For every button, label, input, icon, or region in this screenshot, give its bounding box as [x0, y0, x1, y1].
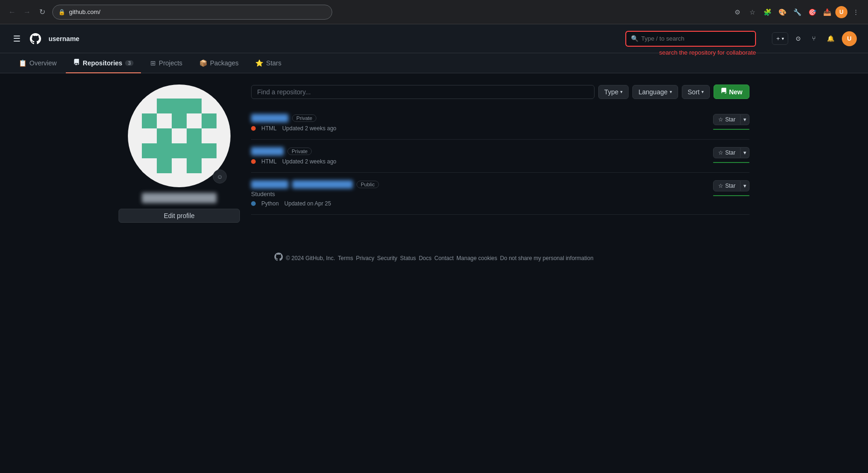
sort-label: Sort [688, 88, 700, 96]
github-header: ☰ username 🔍 search the repository for c… [0, 24, 868, 53]
nav-repositories[interactable]: Repositories 3 [66, 53, 141, 73]
updated-text: Updated 2 weeks ago [282, 125, 336, 132]
nav-stars[interactable]: ⭐ Stars [248, 53, 289, 73]
chevron-down-icon: ▾ [743, 116, 746, 123]
extensions-button[interactable]: ⚙ [731, 6, 744, 19]
profile-sidebar: ☺ Edit profile [119, 85, 240, 223]
issues-button[interactable]: ⊙ [792, 32, 805, 45]
star-area: ☆ Star ▾ [713, 114, 749, 130]
footer-status[interactable]: Status [400, 255, 416, 261]
star-button-group: ☆ Star ▾ [713, 147, 749, 158]
footer-contact[interactable]: Contact [434, 255, 454, 261]
star-button[interactable]: ☆ Star [713, 180, 741, 191]
address-bar[interactable]: 🔒 github.com/ [52, 5, 332, 20]
repo-name-blurred [251, 114, 288, 122]
list-item: Private HTML Updated 2 weeks ago ☆ Star [251, 140, 749, 173]
nav-packages-label: Packages [210, 59, 238, 67]
search-box[interactable]: 🔍 [625, 31, 756, 47]
avatar-edit-button[interactable]: ☺ [213, 169, 227, 184]
repo-header: Private [251, 147, 713, 155]
visibility-badge: Private [287, 148, 312, 155]
header-username: username [49, 35, 79, 42]
overview-icon: 📋 [19, 59, 27, 67]
pr-icon: ⑂ [812, 35, 816, 42]
chevron-down-icon: ▾ [782, 36, 784, 41]
profile-navigation: 📋 Overview Repositories 3 ⊞ Projects 📦 P… [0, 53, 868, 73]
star-button[interactable]: ☆ Star [713, 147, 741, 158]
browser-user-avatar[interactable]: U [835, 6, 847, 18]
star-dropdown-button[interactable]: ▾ [741, 147, 749, 158]
repo-name-blurred-2 [292, 180, 353, 189]
nav-overview-label: Overview [29, 59, 56, 67]
repo-new-icon [721, 88, 727, 96]
repo-item-inner: Public Students Python Updated on Apr 25… [251, 180, 749, 207]
star-dropdown-button[interactable]: ▾ [741, 114, 749, 125]
language-filter-button[interactable]: Language ▾ [632, 85, 678, 99]
svg-rect-15 [187, 158, 202, 173]
search-input[interactable] [641, 35, 750, 42]
svg-rect-4 [142, 113, 157, 128]
footer-docs[interactable]: Docs [419, 255, 431, 261]
star-area: ☆ Star ▾ [713, 180, 749, 196]
repo-item-content: Private HTML Updated 2 weeks ago [251, 147, 713, 165]
url-text: github.com/ [69, 8, 100, 15]
user-avatar[interactable]: U [842, 31, 857, 46]
sort-button[interactable]: Sort ▾ [682, 85, 710, 99]
repo-name-blurred [251, 180, 288, 189]
svg-rect-11 [172, 143, 187, 158]
smiley-icon: ☺ [217, 173, 223, 180]
visibility-badge: Private [292, 114, 316, 122]
pull-requests-button[interactable]: ⑂ [808, 32, 819, 45]
lang-dot-html [251, 159, 256, 164]
nav-projects-label: Projects [159, 59, 182, 67]
repo-item-inner: Private HTML Updated 2 weeks ago ☆ Star [251, 114, 749, 132]
bookmark-button[interactable]: ☆ [746, 6, 759, 19]
star-button-group: ☆ Star ▾ [713, 180, 749, 191]
svg-rect-12 [187, 143, 202, 158]
forward-button[interactable]: → [21, 6, 34, 19]
hamburger-menu[interactable]: ☰ [11, 32, 22, 46]
svg-rect-2 [172, 99, 187, 113]
star-button[interactable]: ☆ Star [713, 114, 741, 125]
footer-do-not-share[interactable]: Do not share my personal information [500, 255, 593, 261]
repo-search-input[interactable] [251, 85, 595, 99]
github-logo[interactable] [30, 33, 41, 44]
lock-icon: 🔒 [58, 9, 65, 15]
edit-profile-button[interactable]: Edit profile [119, 209, 240, 223]
ext1-button[interactable]: 🧩 [761, 6, 774, 19]
back-button[interactable]: ← [6, 6, 19, 19]
nav-overview[interactable]: 📋 Overview [11, 53, 64, 73]
browser-menu-button[interactable]: ⋮ [849, 6, 862, 19]
ext3-button[interactable]: 🔧 [791, 6, 804, 19]
repo-header: Private [251, 114, 713, 122]
browser-chrome: ← → ↻ 🔒 github.com/ ⚙ ☆ 🧩 🎨 🔧 🎯 📥 U ⋮ [0, 0, 868, 24]
new-repo-button[interactable]: New [714, 85, 749, 99]
nav-packages[interactable]: 📦 Packages [192, 53, 246, 73]
new-dropdown-button[interactable]: + ▾ [772, 32, 788, 45]
chevron-down-icon: ▾ [620, 89, 623, 94]
repository-section: Type ▾ Language ▾ Sort ▾ New [251, 85, 749, 223]
repo-toolbar: Type ▾ Language ▾ Sort ▾ New [251, 85, 749, 99]
site-footer: © 2024 GitHub, Inc. Terms Privacy Securi… [0, 234, 868, 273]
footer-privacy[interactable]: Privacy [356, 255, 374, 261]
footer-terms[interactable]: Terms [338, 255, 353, 261]
avatar-image [142, 99, 217, 173]
footer-logo [274, 253, 283, 263]
star-dropdown-button[interactable]: ▾ [741, 180, 749, 191]
type-filter-button[interactable]: Type ▾ [598, 85, 629, 99]
ext4-button[interactable]: 🎯 [805, 6, 819, 19]
repo-meta: HTML Updated 2 weeks ago [251, 158, 713, 165]
footer-manage-cookies[interactable]: Manage cookies [456, 255, 497, 261]
nav-projects[interactable]: ⊞ Projects [143, 53, 190, 73]
chevron-down-icon: ▾ [743, 149, 746, 156]
ext2-button[interactable]: 🎨 [776, 6, 789, 19]
svg-rect-3 [187, 99, 202, 113]
svg-rect-10 [157, 143, 172, 158]
svg-rect-5 [172, 113, 187, 128]
plus-icon: + [776, 35, 780, 42]
list-item: Private HTML Updated 2 weeks ago ☆ Star [251, 106, 749, 140]
footer-security[interactable]: Security [377, 255, 397, 261]
notifications-button[interactable]: 🔔 [823, 32, 838, 45]
ext5-button[interactable]: 📥 [820, 6, 833, 19]
refresh-button[interactable]: ↻ [35, 6, 49, 19]
